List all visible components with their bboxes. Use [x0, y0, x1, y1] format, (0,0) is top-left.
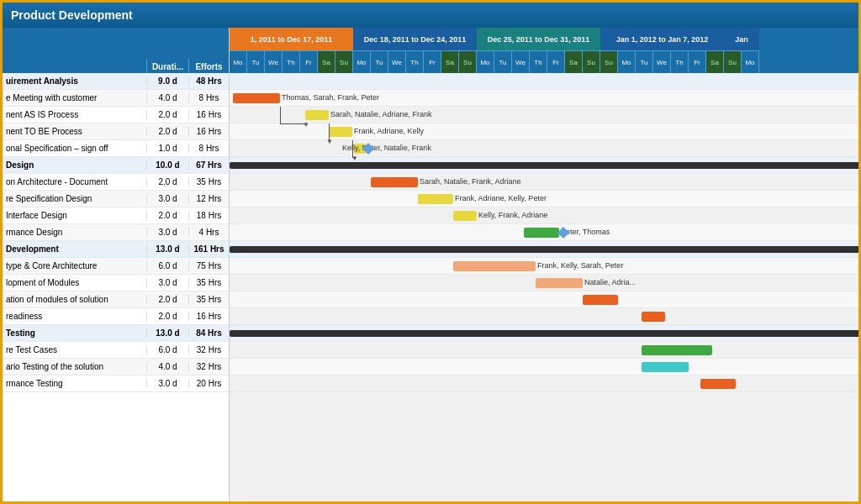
- day-cell: We: [512, 51, 530, 73]
- week-label: Dec 25, 2011 to Dec 31, 2011: [477, 28, 600, 51]
- gantt-bar: [642, 312, 665, 322]
- task-row: onal Specification – sign off1.0 d8 Hrs: [3, 140, 229, 157]
- day-cell: Th: [671, 51, 689, 73]
- day-cell: Mo: [618, 51, 636, 73]
- day-cell: We: [388, 51, 406, 73]
- task-efforts: 16 Hrs: [188, 312, 229, 321]
- day-cell: Mo: [230, 51, 247, 73]
- connector-arrow: ▼: [303, 121, 309, 129]
- task-efforts: 8 Hrs: [188, 144, 229, 153]
- gantt-bar: [230, 246, 858, 253]
- gantt-bar-label: Sarah, Natalie, Frank, Adriane: [420, 177, 521, 186]
- gantt-row: [230, 174, 858, 191]
- task-name: readiness: [3, 312, 146, 321]
- task-efforts: 32 Hrs: [188, 345, 229, 354]
- gantt-bar: [642, 345, 712, 355]
- gantt-bar-label: Kelly, Peter, Natalie, Frank: [342, 144, 431, 152]
- day-cell: We: [265, 51, 283, 73]
- task-duration: 13.0 d: [146, 244, 188, 254]
- task-efforts: 48 Hrs: [188, 76, 229, 86]
- gantt-bar-label: Frank, Adriane, Kelly: [354, 127, 424, 135]
- task-duration: 3.0 d: [146, 278, 188, 287]
- task-name: rmance Design: [3, 228, 146, 237]
- task-duration: 2.0 d: [146, 177, 188, 186]
- task-name: onal Specification – sign off: [3, 144, 146, 153]
- connector-hline: [280, 123, 305, 124]
- left-panel: Durati... Efforts uirement Analysis9.0 d…: [3, 28, 230, 501]
- day-cell: Tu: [636, 51, 653, 73]
- day-cell: Mo: [742, 51, 759, 73]
- gantt-bar: [453, 261, 536, 271]
- gantt-header: 1, 2011 to Dec 17, 2011Dec 18, 2011 to D…: [230, 28, 858, 73]
- gantt-bar: [524, 228, 559, 238]
- day-cell: Su: [724, 51, 742, 73]
- day-cell: We: [653, 51, 671, 73]
- left-header: Durati... Efforts: [3, 28, 229, 73]
- task-row: ation of modules of solution2.0 d35 Hrs: [3, 291, 229, 308]
- task-name: rmance Testing: [3, 379, 146, 388]
- gantt-bar-label: Natalie, Adria...: [584, 278, 636, 286]
- task-efforts: 32 Hrs: [188, 362, 229, 371]
- gantt-bar-label: Thomas, Sarah, Frank, Peter: [282, 93, 379, 102]
- gantt-bar: [305, 110, 329, 120]
- day-cell: Sa: [441, 51, 459, 73]
- gantt-bar: [453, 211, 477, 221]
- task-row: rmance Testing3.0 d20 Hrs: [3, 375, 229, 392]
- gantt-row: [230, 140, 858, 157]
- day-cell: Tu: [247, 51, 265, 73]
- task-row: type & Core Architecture6.0 d75 Hrs: [3, 258, 229, 275]
- task-name: uirement Analysis: [3, 76, 146, 86]
- day-cell: Sa: [565, 51, 583, 73]
- task-name: Interface Design: [3, 211, 146, 220]
- day-cell: Su: [600, 51, 618, 73]
- day-cell: Su: [583, 51, 600, 73]
- task-efforts: 4 Hrs: [188, 228, 229, 237]
- task-row: Testing13.0 d84 Hrs: [3, 325, 229, 342]
- gantt-bar: [233, 93, 280, 103]
- task-efforts: 75 Hrs: [188, 261, 229, 270]
- day-cell: Th: [283, 51, 300, 73]
- day-cell: Fr: [547, 51, 565, 73]
- app-window: Product Development Durati... Efforts ui…: [0, 0, 861, 504]
- task-efforts: 20 Hrs: [188, 379, 229, 388]
- task-duration: 4.0 d: [146, 93, 188, 102]
- gantt-row: [230, 123, 858, 140]
- gantt-header-weeks: 1, 2011 to Dec 17, 2011Dec 18, 2011 to D…: [230, 28, 858, 51]
- app-title: Product Development: [11, 8, 133, 22]
- task-name: ario Testing of the solution: [3, 362, 146, 371]
- day-cell: Su: [459, 51, 477, 73]
- day-cell: Mo: [353, 51, 371, 73]
- day-cell: Tu: [494, 51, 512, 73]
- task-name: lopment of Modules: [3, 278, 146, 287]
- task-duration: 2.0 d: [146, 211, 188, 220]
- task-duration: 3.0 d: [146, 194, 188, 203]
- gantt-bar-label: Frank, Kelly, Sarah, Peter: [537, 261, 623, 270]
- task-duration: 4.0 d: [146, 362, 188, 371]
- task-name: Development: [3, 244, 146, 254]
- day-cell: Fr: [424, 51, 441, 73]
- day-cell: Th: [530, 51, 547, 73]
- gantt-bar-label: Kelly, Frank, Adriane: [478, 211, 547, 219]
- gantt-row: [230, 308, 858, 325]
- gantt-bar-label: Sarah, Natalie, Adriane, Frank: [330, 110, 432, 118]
- task-efforts: 12 Hrs: [188, 194, 229, 203]
- task-duration: 2.0 d: [146, 127, 188, 136]
- task-name: nent AS IS Process: [3, 110, 146, 119]
- task-efforts: 35 Hrs: [188, 177, 229, 186]
- gantt-body: Thomas, Sarah, Frank, PeterSarah, Natali…: [230, 73, 858, 501]
- task-row: lopment of Modules3.0 d35 Hrs: [3, 275, 229, 291]
- task-row: nent AS IS Process2.0 d16 Hrs: [3, 107, 229, 123]
- week-label: Dec 18, 2011 to Dec 24, 2011: [353, 28, 477, 51]
- gantt-bar: [700, 379, 736, 389]
- gantt-bar-label: Frank, Adriane, Kelly, Peter: [455, 194, 547, 202]
- task-efforts: 8 Hrs: [188, 93, 229, 102]
- day-cell: Sa: [706, 51, 724, 73]
- task-name: Design: [3, 160, 146, 170]
- task-duration: 3.0 d: [146, 228, 188, 237]
- task-list: uirement Analysis9.0 d48 Hrse Meeting wi…: [3, 73, 229, 501]
- col-efforts-header: Efforts: [188, 59, 229, 73]
- day-cell: Fr: [689, 51, 706, 73]
- task-efforts: 35 Hrs: [188, 295, 229, 304]
- task-efforts: 16 Hrs: [188, 127, 229, 136]
- gantt-area: 1, 2011 to Dec 17, 2011Dec 18, 2011 to D…: [230, 28, 858, 501]
